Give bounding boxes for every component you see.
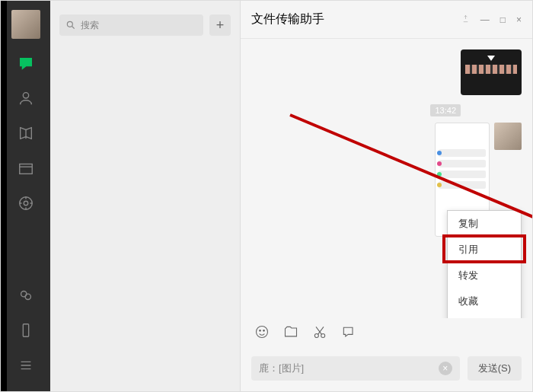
chat-icon[interactable] <box>15 53 37 74</box>
emoji-icon[interactable] <box>254 324 270 343</box>
svg-point-7 <box>67 21 72 27</box>
input-toolbar <box>241 318 532 349</box>
conversation-panel: 搜索 + <box>50 1 241 391</box>
svg-rect-1 <box>19 164 32 174</box>
svg-point-5 <box>25 294 30 299</box>
close-button[interactable]: × <box>516 14 522 25</box>
file-icon[interactable] <box>283 324 298 343</box>
maximize-button[interactable]: □ <box>500 14 506 25</box>
send-button[interactable]: 发送(S) <box>468 356 522 381</box>
minimize-button[interactable]: — <box>480 14 490 25</box>
clear-input-icon[interactable]: × <box>439 362 452 375</box>
window-controls: — □ × <box>461 14 522 25</box>
svg-point-9 <box>257 327 268 338</box>
svg-point-0 <box>23 93 28 98</box>
ctx-favorite[interactable]: 收藏 <box>448 288 521 314</box>
cut-icon[interactable] <box>312 324 327 343</box>
user-avatar[interactable] <box>11 10 40 39</box>
message-input[interactable]: 鹿：[图片] × <box>251 356 460 381</box>
sidebar <box>1 1 50 391</box>
svg-point-10 <box>260 330 261 332</box>
message-image-1[interactable] <box>461 49 522 95</box>
ctx-quote[interactable]: 引用 <box>448 237 521 263</box>
input-quote-text: 鹿：[图片] <box>259 362 304 375</box>
favorites-icon[interactable] <box>15 123 37 144</box>
messages-area: 13:42 复制 引用 转发 收藏 编辑 多选 另存为... 删除 <box>241 39 532 318</box>
ctx-edit[interactable]: 编辑 <box>448 314 521 318</box>
context-menu: 复制 引用 转发 收藏 编辑 多选 另存为... 删除 <box>447 210 522 318</box>
svg-point-11 <box>263 330 265 332</box>
menu-icon[interactable] <box>15 355 37 376</box>
ctx-copy[interactable]: 复制 <box>448 211 521 237</box>
chat-panel: 文件传输助手 — □ × 13:42 <box>241 1 532 391</box>
pin-button[interactable] <box>461 14 470 25</box>
search-placeholder: 搜索 <box>81 19 99 32</box>
svg-point-3 <box>24 201 28 206</box>
contacts-icon[interactable] <box>15 88 37 109</box>
timestamp: 13:42 <box>430 104 461 116</box>
ctx-forward[interactable]: 转发 <box>448 263 521 288</box>
files-icon[interactable] <box>15 158 37 179</box>
new-chat-button[interactable]: + <box>209 14 231 36</box>
phone-icon[interactable] <box>15 320 37 341</box>
miniprogram-icon[interactable] <box>15 285 37 306</box>
history-icon[interactable] <box>341 324 356 343</box>
chat-title: 文件传输助手 <box>251 11 324 27</box>
search-input[interactable]: 搜索 <box>59 14 203 36</box>
discover-icon[interactable] <box>15 193 37 214</box>
sender-avatar[interactable] <box>494 123 522 150</box>
svg-rect-6 <box>23 324 28 337</box>
